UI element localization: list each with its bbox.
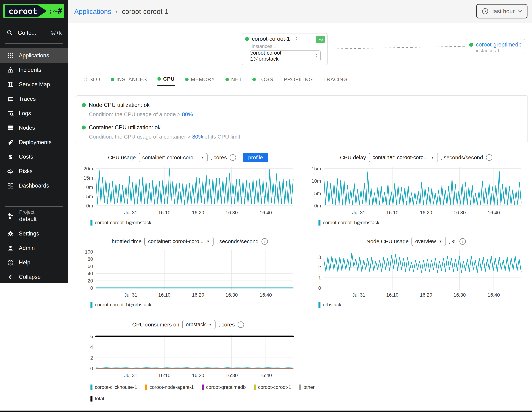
tab-status-dot <box>185 78 189 81</box>
sidebar-item-risks[interactable]: Risks <box>0 164 68 178</box>
breadcrumb-applications[interactable]: Applications <box>74 8 111 16</box>
tab-label: SLO <box>89 76 100 83</box>
sidebar-item-traces[interactable]: Traces <box>0 92 68 106</box>
legend-item-coroot-node-agent-1[interactable]: coroot-node-agent-1 <box>145 384 194 390</box>
check-status-dot <box>82 125 86 130</box>
cpu-usage-chart[interactable]: 0m5m10m15m20mJul 3116:1016:2016:3016:40 <box>76 165 300 217</box>
chart-unit: , cores <box>218 322 235 328</box>
legend-label: total <box>95 396 104 402</box>
kebab-menu-icon[interactable]: ⋮ <box>313 53 320 59</box>
legend-item-coroot-coroot-1-orbstack[interactable]: coroot-coroot-1@orbstack <box>318 220 380 225</box>
legend-item-orbstack[interactable]: orbstack <box>318 302 341 308</box>
check-threshold[interactable]: 80% <box>182 111 193 117</box>
tab-memory[interactable]: MEMORY <box>185 76 215 86</box>
tab-tracing[interactable]: TRACING <box>323 76 347 86</box>
info-icon[interactable]: i <box>261 238 268 245</box>
sidebar-item-label: Risks <box>19 168 33 175</box>
chart-selector[interactable]: container: coroot-coro...▼ <box>369 153 438 162</box>
report-tabs: SLOINSTANCESCPUMEMORYNETLOGSPROFILINGTRA… <box>84 76 347 86</box>
chevron-left-icon <box>7 274 14 280</box>
clock-icon <box>482 8 489 15</box>
tab-label: NET <box>231 76 242 83</box>
sidebar-item-collapse[interactable]: Collapse <box>0 270 68 284</box>
tab-slo[interactable]: SLO <box>84 76 100 86</box>
instance-box[interactable]: coroot-coroot-1@orbstack ⋮ <box>250 50 321 61</box>
app-card-coroot-greptimedb[interactable]: coroot-greptimedb instances:1 <box>466 39 525 54</box>
throttled-time-chart-header: Throttled timecontainer: coroot-coro...▼… <box>76 237 300 246</box>
legend-item-coroot-coroot-1[interactable]: coroot-coroot-1 <box>254 384 291 390</box>
legend-color-mark <box>318 220 321 225</box>
chart-title: CPU usage <box>108 154 136 161</box>
sidebar-item-incidents[interactable]: Incidents <box>0 63 68 77</box>
chart-selector[interactable]: container: coroot-coro...▼ <box>144 237 213 246</box>
legend-item-coroot-clickhouse-1[interactable]: coroot-clickhouse-1 <box>90 384 137 390</box>
legend-item-total[interactable]: total <box>90 396 104 402</box>
sidebar-item-help[interactable]: ?Help <box>0 255 68 270</box>
sidebar-item-costs[interactable]: $Costs <box>0 150 68 164</box>
tab-instances[interactable]: INSTANCES <box>111 76 147 86</box>
upstream-app-link[interactable]: coroot-greptimedb <box>476 41 522 48</box>
tab-net[interactable]: NET <box>226 76 242 86</box>
sidebar-item-logs[interactable]: Logs <box>0 106 68 121</box>
chevron-down-icon <box>518 10 522 12</box>
tab-status-dot <box>252 78 256 81</box>
sidebar-item-dashboards[interactable]: Dashboards <box>0 178 68 193</box>
bottom-edge <box>0 411 532 412</box>
svg-text:16:20: 16:20 <box>192 292 204 298</box>
legend-label: coroot-node-agent-1 <box>150 384 194 390</box>
info-icon[interactable]: i <box>230 154 236 161</box>
svg-text:16:10: 16:10 <box>386 292 399 298</box>
throttled-time-chart[interactable]: 020406080100Jul 3116:1016:2016:3016:40 <box>76 250 300 302</box>
tab-label: INSTANCES <box>116 76 147 83</box>
legend-color-mark <box>299 384 301 390</box>
legend-color-mark <box>90 384 93 390</box>
cpu-delay-legend: coroot-coroot-1@orbstack <box>318 220 380 225</box>
sidebar-item-label: Admin <box>19 245 35 251</box>
tab-label: CPU <box>163 76 175 82</box>
sidebar-item-settings[interactable]: Settings <box>0 226 68 241</box>
cpu-consumers-chart[interactable]: 0246Jul 3116:1016:2016:3016:40 <box>76 333 300 386</box>
sidebar-item-label: Applications <box>19 52 49 59</box>
tab-logs[interactable]: LOGS <box>252 76 273 86</box>
time-range-selector[interactable]: last hour <box>476 4 527 19</box>
sidebar-item-service-map[interactable]: Service Map <box>0 77 68 92</box>
node-cpu-usage-chart[interactable]: 0123Jul 3116:1016:2016:3016:40 <box>304 250 528 302</box>
tab-profiling[interactable]: PROFILING <box>284 76 313 86</box>
gear-icon <box>7 230 14 237</box>
chart-selector[interactable]: overview▼ <box>411 237 446 246</box>
svg-text:16:20: 16:20 <box>420 292 432 298</box>
info-icon[interactable]: i <box>486 154 492 161</box>
instance-name: coroot-coroot-1@orbstack <box>250 50 311 62</box>
info-icon[interactable]: i <box>459 238 466 245</box>
checks-panel: Node CPU utilization: okCondition: the C… <box>76 95 528 143</box>
goto-search[interactable]: Go to... ⌘+k <box>0 26 68 39</box>
coroot-logo[interactable]: coroot :~# <box>3 4 64 18</box>
project-icon <box>7 213 14 219</box>
legend-label: coroot-coroot-1@orbstack <box>323 220 380 225</box>
sidebar-item-deployments[interactable]: Deployments <box>0 135 68 150</box>
legend-item-other[interactable]: other <box>299 384 315 390</box>
breadcrumb-current: coroot-coroot-1 <box>122 8 169 16</box>
sidebar-item-applications[interactable]: Applications <box>0 48 68 63</box>
check-threshold[interactable]: 80% <box>192 134 203 140</box>
svg-text:16:30: 16:30 <box>454 210 466 215</box>
chart-selector[interactable]: container: coroot-coro...▼ <box>139 153 208 162</box>
sidebar-item-nodes[interactable]: Nodes <box>0 121 68 135</box>
chart-unit: , % <box>449 238 456 244</box>
app-card-coroot-coroot-1[interactable]: coroot-coroot-1 ⋮ :~# instances:1 coroot… <box>242 33 328 65</box>
tab-cpu[interactable]: CPU <box>157 76 175 86</box>
sidebar-project[interactable]: Project default <box>0 209 68 223</box>
svg-text:16:20: 16:20 <box>192 373 204 378</box>
legend-item-coroot-coroot-1-orbstack[interactable]: coroot-coroot-1@orbstack <box>90 302 152 308</box>
legend-item-coroot-greptimedb[interactable]: coroot-greptimedb <box>202 384 246 390</box>
sidebar-item-admin[interactable]: Admin <box>0 241 68 255</box>
kebab-menu-icon[interactable]: ⋮ <box>293 36 300 42</box>
cpu-delay-chart[interactable]: 0m5m10m15mJul 3116:1016:2016:3016:40 <box>304 165 528 217</box>
legend-label: coroot-greptimedb <box>206 384 246 390</box>
info-icon[interactable]: i <box>238 321 244 328</box>
chart-selector[interactable]: orbstack▼ <box>182 320 216 329</box>
cpu-usage-chart-header: CPU usagecontainer: coroot-coro...▼, cor… <box>76 153 300 162</box>
tab-label: LOGS <box>258 76 273 83</box>
profile-button[interactable]: profile <box>243 153 268 162</box>
legend-item-coroot-coroot-1-orbstack[interactable]: coroot-coroot-1@orbstack <box>90 220 152 225</box>
